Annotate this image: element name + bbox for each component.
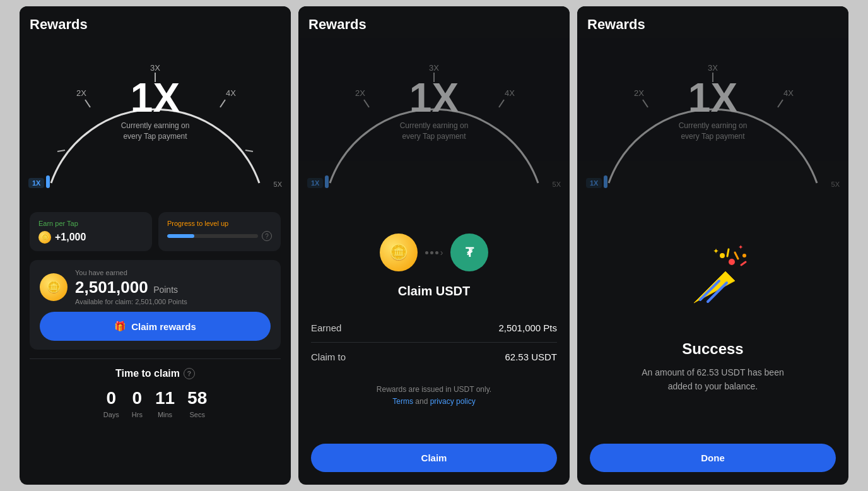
done-button[interactable]: Done	[590, 444, 836, 472]
claim-rewards-button[interactable]: 🎁 Claim rewards	[40, 312, 271, 341]
progress-card: Progress to level up ?	[158, 212, 281, 251]
svg-text:✦: ✦	[738, 244, 743, 251]
gauge-label-left-2: 1X	[307, 178, 323, 188]
earn-per-tap-card: Earn per Tap 🪙 +1,000	[30, 212, 152, 251]
divider-1	[30, 358, 281, 359]
claim-usdt-title: Claim USDT	[311, 284, 557, 299]
claim-notice: Rewards are issued in USDT only. Terms a…	[311, 384, 557, 408]
svg-rect-11	[325, 175, 329, 188]
success-title: Success	[682, 340, 743, 358]
claim-earned-value: 2,501,000 Pts	[498, 322, 557, 333]
gauge-label-left-3: 1X	[586, 178, 602, 188]
svg-point-29	[729, 259, 735, 265]
gauge-center-3: 1X Currently earning on every Tap paymen…	[679, 78, 748, 143]
svg-text:3X: 3X	[429, 63, 439, 73]
progress-bar-bg	[167, 234, 258, 238]
svg-rect-19	[604, 175, 607, 188]
screen1-title: Rewards	[30, 16, 88, 32]
claim-button[interactable]: Claim	[311, 444, 557, 472]
gauge-label-right-1: 5X	[274, 180, 282, 188]
claim-icons-row: 🪙 › ₮	[311, 215, 557, 284]
earn-label: Earn per Tap	[38, 220, 143, 227]
countdown-secs: 58 Secs	[187, 388, 207, 418]
time-help-icon[interactable]: ?	[184, 368, 195, 379]
claim-earned-row: Earned 2,501,000 Pts	[311, 314, 557, 342]
svg-line-32	[727, 249, 729, 256]
privacy-link[interactable]: privacy policy	[430, 397, 476, 406]
gift-icon: 🎁	[114, 321, 126, 332]
screen2-title: Rewards	[308, 16, 367, 32]
countdown-row: 0 Days 0 Hrs 11 Mins 58 Secs	[30, 388, 281, 418]
claim-usdt-content: 🪙 › ₮ Claim USDT Earned 2,501,000 Pts	[298, 202, 570, 485]
svg-text:3X: 3X	[150, 63, 160, 73]
success-subtitle: An amount of 62.53 USDT has been added t…	[631, 365, 795, 394]
svg-text:2X: 2X	[355, 88, 365, 98]
gauge-subtitle-1: Currently earning on every Tap payment	[121, 121, 190, 143]
done-btn-section: Done	[577, 431, 848, 485]
svg-point-30	[720, 253, 725, 258]
gauge-label-left-1: 1X	[28, 178, 44, 188]
gauge-section-1: 3X 2X 4X 1X Currently earning on every T…	[20, 38, 291, 202]
screen-3: Rewards 3X 2X 4X 1X Currently earning on	[577, 6, 848, 485]
svg-text:4X: 4X	[783, 88, 794, 98]
svg-text:3X: 3X	[708, 63, 718, 73]
gauge-multiplier-1: 1X	[121, 78, 190, 119]
claim-to-label: Claim to	[311, 352, 346, 362]
gauge-center-2: 1X Currently earning on every Tap paymen…	[400, 78, 469, 143]
screen-1: Rewards 3X 2X 4X	[20, 6, 291, 485]
gauge-label-right-3: 5X	[831, 180, 840, 188]
success-content: ✦ ✦ Success An amount of 62.53 USDT has …	[577, 202, 848, 431]
time-to-claim-section: Time to claim ? 0 Days 0 Hrs 11 Mins	[30, 368, 281, 418]
earned-available-text: Available for claim: 2,501,000 Points	[75, 298, 271, 305]
earn-coin-icon: 🪙	[38, 231, 51, 244]
gauge-center-1: 1X Currently earning on every Tap paymen…	[121, 78, 190, 143]
terms-link[interactable]: Terms	[392, 397, 413, 406]
claim-to-value: 62.53 USDT	[505, 352, 557, 362]
earn-value: 🪙 +1,000	[38, 231, 143, 244]
claim-to-row: Claim to 62.53 USDT	[311, 343, 557, 371]
gauge-label-right-2: 5X	[553, 180, 561, 188]
progress-bar-row: ?	[167, 231, 272, 241]
progress-bar-fill	[167, 234, 194, 238]
time-title: Time to claim ?	[30, 368, 281, 379]
content-section-1: Earn per Tap 🪙 +1,000 Progress to level …	[20, 202, 291, 485]
countdown-hrs: 0 Hrs	[132, 388, 143, 418]
earned-you-have-text: You have earned	[75, 269, 271, 276]
gauge-section-3: 3X 2X 4X 1X Currently earning on every T…	[577, 38, 848, 202]
gauge-subtitle-3: Currently earning on every Tap payment	[679, 121, 748, 143]
progress-label: Progress to level up	[167, 220, 272, 227]
svg-text:2X: 2X	[634, 88, 644, 98]
svg-point-34	[742, 254, 746, 257]
gauge-multiplier-3: 1X	[679, 78, 748, 119]
claim-btn-section: Claim	[311, 431, 557, 472]
countdown-days: 0 Days	[103, 388, 119, 418]
arrow-dots: ›	[425, 247, 443, 257]
earned-row: 🪙 You have earned 2,501,000 Points Avail…	[40, 269, 271, 305]
earned-coin-icon: 🪙	[40, 273, 67, 301]
gauge-multiplier-2: 1X	[400, 78, 469, 119]
gauge-subtitle-2: Currently earning on every Tap payment	[400, 121, 469, 143]
earned-info: You have earned 2,501,000 Points Availab…	[75, 269, 271, 305]
svg-text:✦: ✦	[713, 247, 719, 256]
earned-amount-text: 2,501,000	[75, 278, 148, 297]
earned-card: 🪙 You have earned 2,501,000 Points Avail…	[30, 260, 281, 350]
earned-points-label: Points	[153, 285, 178, 295]
svg-text:4X: 4X	[226, 88, 236, 98]
gauge-section-2: 3X 2X 4X 1X Currently earning on every T…	[298, 38, 570, 202]
countdown-mins: 11 Mins	[155, 388, 175, 418]
party-popper-icon: ✦ ✦	[675, 240, 751, 328]
svg-line-31	[735, 252, 738, 259]
svg-line-33	[741, 262, 746, 265]
svg-rect-1	[46, 175, 50, 188]
stats-row: Earn per Tap 🪙 +1,000 Progress to level …	[30, 212, 281, 251]
screen3-title: Rewards	[587, 16, 645, 32]
screen-2: Rewards 3X 2X 4X 1X Currently earning on	[298, 6, 570, 485]
svg-text:2X: 2X	[76, 88, 86, 98]
usdt-icon: ₮	[450, 234, 488, 271]
claim-earned-label: Earned	[311, 322, 341, 333]
earned-amount-row: 2,501,000 Points	[75, 278, 271, 297]
screens-container: Rewards 3X 2X 4X	[0, 0, 868, 491]
progress-help-icon[interactable]: ?	[262, 231, 272, 241]
claim-coin-icon: 🪙	[380, 234, 418, 271]
svg-text:4X: 4X	[505, 88, 515, 98]
